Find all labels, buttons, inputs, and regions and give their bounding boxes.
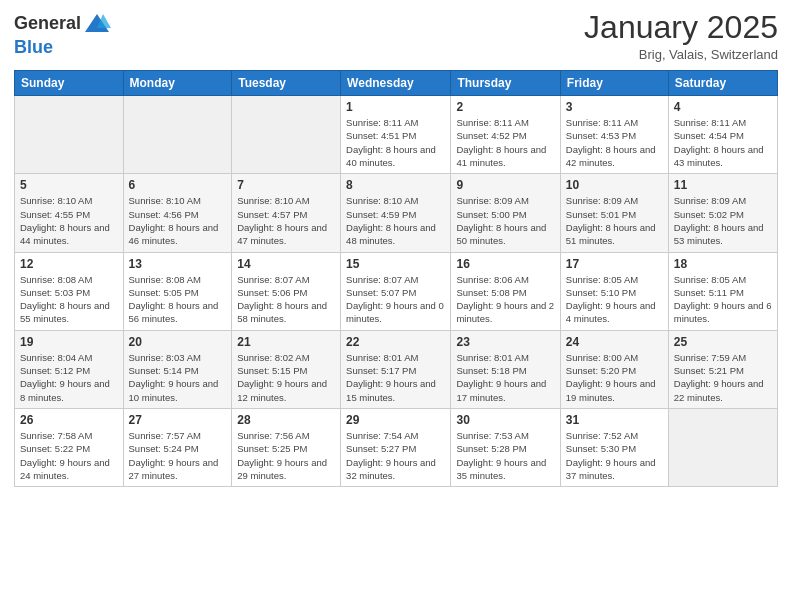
day-cell-2-5: 17Sunrise: 8:05 AMSunset: 5:10 PMDayligh… [560,252,668,330]
week-row-3: 12Sunrise: 8:08 AMSunset: 5:03 PMDayligh… [15,252,778,330]
day-number: 30 [456,413,554,427]
day-number: 12 [20,257,118,271]
day-cell-0-6: 4Sunrise: 8:11 AMSunset: 4:54 PMDaylight… [668,96,777,174]
day-cell-4-5: 31Sunrise: 7:52 AMSunset: 5:30 PMDayligh… [560,408,668,486]
day-cell-1-2: 7Sunrise: 8:10 AMSunset: 4:57 PMDaylight… [232,174,341,252]
day-info: Sunrise: 8:00 AMSunset: 5:20 PMDaylight:… [566,351,663,404]
day-cell-2-4: 16Sunrise: 8:06 AMSunset: 5:08 PMDayligh… [451,252,560,330]
day-number: 23 [456,335,554,349]
day-number: 25 [674,335,772,349]
day-cell-3-3: 22Sunrise: 8:01 AMSunset: 5:17 PMDayligh… [341,330,451,408]
day-number: 17 [566,257,663,271]
day-number: 29 [346,413,445,427]
day-info: Sunrise: 8:06 AMSunset: 5:08 PMDaylight:… [456,273,554,326]
day-number: 22 [346,335,445,349]
day-cell-4-6 [668,408,777,486]
day-number: 20 [129,335,227,349]
day-info: Sunrise: 8:07 AMSunset: 5:07 PMDaylight:… [346,273,445,326]
day-number: 16 [456,257,554,271]
day-cell-3-2: 21Sunrise: 8:02 AMSunset: 5:15 PMDayligh… [232,330,341,408]
day-cell-1-6: 11Sunrise: 8:09 AMSunset: 5:02 PMDayligh… [668,174,777,252]
day-cell-1-3: 8Sunrise: 8:10 AMSunset: 4:59 PMDaylight… [341,174,451,252]
day-number: 27 [129,413,227,427]
day-info: Sunrise: 8:08 AMSunset: 5:03 PMDaylight:… [20,273,118,326]
day-info: Sunrise: 7:59 AMSunset: 5:21 PMDaylight:… [674,351,772,404]
header-friday: Friday [560,71,668,96]
week-row-5: 26Sunrise: 7:58 AMSunset: 5:22 PMDayligh… [15,408,778,486]
header-sunday: Sunday [15,71,124,96]
day-cell-1-1: 6Sunrise: 8:10 AMSunset: 4:56 PMDaylight… [123,174,232,252]
day-number: 1 [346,100,445,114]
weekday-header-row: Sunday Monday Tuesday Wednesday Thursday… [15,71,778,96]
day-cell-3-0: 19Sunrise: 8:04 AMSunset: 5:12 PMDayligh… [15,330,124,408]
day-number: 13 [129,257,227,271]
day-info: Sunrise: 8:01 AMSunset: 5:17 PMDaylight:… [346,351,445,404]
week-row-4: 19Sunrise: 8:04 AMSunset: 5:12 PMDayligh… [15,330,778,408]
day-number: 19 [20,335,118,349]
day-number: 2 [456,100,554,114]
day-cell-0-3: 1Sunrise: 8:11 AMSunset: 4:51 PMDaylight… [341,96,451,174]
day-cell-1-0: 5Sunrise: 8:10 AMSunset: 4:55 PMDaylight… [15,174,124,252]
day-cell-2-2: 14Sunrise: 8:07 AMSunset: 5:06 PMDayligh… [232,252,341,330]
day-info: Sunrise: 7:52 AMSunset: 5:30 PMDaylight:… [566,429,663,482]
day-cell-2-6: 18Sunrise: 8:05 AMSunset: 5:11 PMDayligh… [668,252,777,330]
day-info: Sunrise: 7:58 AMSunset: 5:22 PMDaylight:… [20,429,118,482]
day-cell-3-5: 24Sunrise: 8:00 AMSunset: 5:20 PMDayligh… [560,330,668,408]
calendar-table: Sunday Monday Tuesday Wednesday Thursday… [14,70,778,487]
day-cell-2-0: 12Sunrise: 8:08 AMSunset: 5:03 PMDayligh… [15,252,124,330]
day-info: Sunrise: 8:04 AMSunset: 5:12 PMDaylight:… [20,351,118,404]
day-number: 15 [346,257,445,271]
day-cell-3-1: 20Sunrise: 8:03 AMSunset: 5:14 PMDayligh… [123,330,232,408]
day-number: 11 [674,178,772,192]
day-number: 14 [237,257,335,271]
day-cell-2-3: 15Sunrise: 8:07 AMSunset: 5:07 PMDayligh… [341,252,451,330]
week-row-2: 5Sunrise: 8:10 AMSunset: 4:55 PMDaylight… [15,174,778,252]
header-tuesday: Tuesday [232,71,341,96]
logo-blue-text: Blue [14,38,111,58]
day-info: Sunrise: 8:09 AMSunset: 5:02 PMDaylight:… [674,194,772,247]
day-cell-0-2 [232,96,341,174]
day-cell-4-1: 27Sunrise: 7:57 AMSunset: 5:24 PMDayligh… [123,408,232,486]
day-info: Sunrise: 7:53 AMSunset: 5:28 PMDaylight:… [456,429,554,482]
day-number: 9 [456,178,554,192]
header-wednesday: Wednesday [341,71,451,96]
day-cell-1-4: 9Sunrise: 8:09 AMSunset: 5:00 PMDaylight… [451,174,560,252]
day-info: Sunrise: 8:05 AMSunset: 5:10 PMDaylight:… [566,273,663,326]
day-number: 4 [674,100,772,114]
day-info: Sunrise: 8:01 AMSunset: 5:18 PMDaylight:… [456,351,554,404]
header-monday: Monday [123,71,232,96]
day-number: 3 [566,100,663,114]
day-info: Sunrise: 8:07 AMSunset: 5:06 PMDaylight:… [237,273,335,326]
day-info: Sunrise: 8:05 AMSunset: 5:11 PMDaylight:… [674,273,772,326]
day-info: Sunrise: 8:11 AMSunset: 4:51 PMDaylight:… [346,116,445,169]
day-cell-3-4: 23Sunrise: 8:01 AMSunset: 5:18 PMDayligh… [451,330,560,408]
week-row-1: 1Sunrise: 8:11 AMSunset: 4:51 PMDaylight… [15,96,778,174]
day-info: Sunrise: 7:57 AMSunset: 5:24 PMDaylight:… [129,429,227,482]
day-cell-4-0: 26Sunrise: 7:58 AMSunset: 5:22 PMDayligh… [15,408,124,486]
day-info: Sunrise: 7:56 AMSunset: 5:25 PMDaylight:… [237,429,335,482]
day-cell-4-4: 30Sunrise: 7:53 AMSunset: 5:28 PMDayligh… [451,408,560,486]
day-number: 31 [566,413,663,427]
calendar-title: January 2025 [584,10,778,45]
day-number: 7 [237,178,335,192]
day-cell-2-1: 13Sunrise: 8:08 AMSunset: 5:05 PMDayligh… [123,252,232,330]
day-info: Sunrise: 8:02 AMSunset: 5:15 PMDaylight:… [237,351,335,404]
day-info: Sunrise: 8:08 AMSunset: 5:05 PMDaylight:… [129,273,227,326]
day-info: Sunrise: 7:54 AMSunset: 5:27 PMDaylight:… [346,429,445,482]
day-number: 24 [566,335,663,349]
day-info: Sunrise: 8:10 AMSunset: 4:56 PMDaylight:… [129,194,227,247]
day-number: 5 [20,178,118,192]
day-info: Sunrise: 8:10 AMSunset: 4:57 PMDaylight:… [237,194,335,247]
day-number: 28 [237,413,335,427]
day-number: 21 [237,335,335,349]
day-info: Sunrise: 8:09 AMSunset: 5:00 PMDaylight:… [456,194,554,247]
calendar-subtitle: Brig, Valais, Switzerland [584,47,778,62]
day-cell-0-5: 3Sunrise: 8:11 AMSunset: 4:53 PMDaylight… [560,96,668,174]
header: General Blue January 2025 Brig, Valais, … [14,10,778,62]
day-info: Sunrise: 8:11 AMSunset: 4:52 PMDaylight:… [456,116,554,169]
day-number: 8 [346,178,445,192]
header-thursday: Thursday [451,71,560,96]
day-cell-4-2: 28Sunrise: 7:56 AMSunset: 5:25 PMDayligh… [232,408,341,486]
day-cell-0-0 [15,96,124,174]
day-info: Sunrise: 8:03 AMSunset: 5:14 PMDaylight:… [129,351,227,404]
